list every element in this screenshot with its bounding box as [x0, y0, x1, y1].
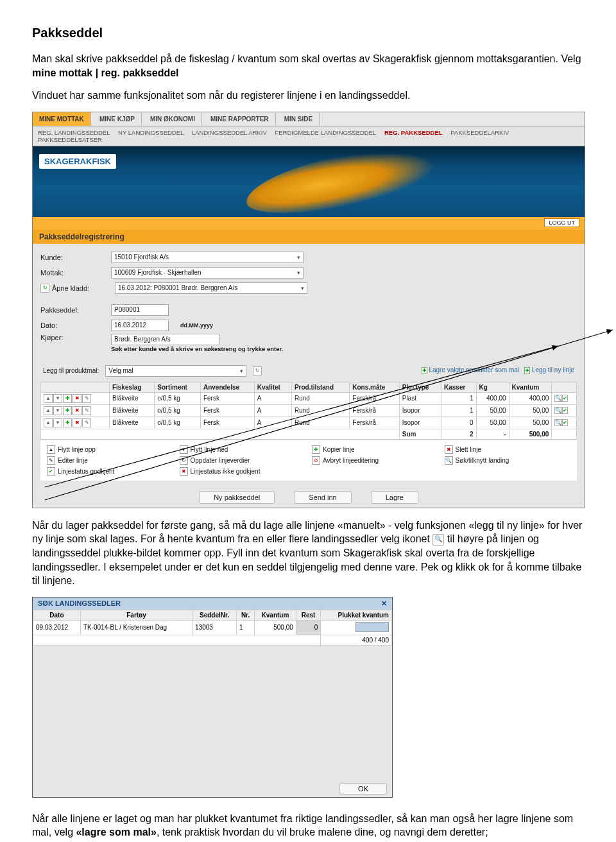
p1-text: Man skal skrive pakkseddel på de fiskesl… — [32, 53, 581, 64]
modal-total-row: 400 / 400 — [33, 635, 392, 645]
pakk-label: Pakkseddel: — [40, 306, 111, 314]
row-edit-icon[interactable]: ✎ — [82, 418, 91, 427]
subtab-reg-landing[interactable]: REG. LANDINGSSEDDEL — [38, 129, 110, 136]
subtab-satser[interactable]: PAKKSEDDELSATSER — [38, 136, 102, 143]
lagre-button[interactable]: Lagre — [371, 491, 418, 504]
legend-item: Oppdater linjeverdier — [191, 457, 250, 464]
legend-item: Avbryt linjeeditering — [323, 457, 379, 464]
cell: Blåkveite — [109, 404, 154, 417]
row-down-icon[interactable]: ▼ — [53, 418, 62, 427]
row-down-icon[interactable]: ▼ — [53, 406, 62, 415]
legend-item: Linjestatus ikke godkjent — [191, 468, 261, 475]
ny-pakkseddel-button[interactable]: Ny pakkseddel — [199, 491, 275, 504]
mottak-select[interactable]: 100609 Fjordfisk - Skjærhallen — [111, 267, 304, 279]
table-row: ▲▼✚✖✎ Blåkveite o/0,5 kg Fersk A Rund Fe… — [41, 392, 577, 404]
logout-button[interactable]: LOGG UT — [544, 218, 579, 227]
tabs-sub: REG. LANDINGSSEDDEL NY LANDINGSSEDDEL LA… — [33, 126, 585, 146]
subtab-ny-landing[interactable]: NY LANDINGSSEDDEL — [118, 129, 184, 136]
kjoper-note: Søk etter kunde ved å skrive en søkestre… — [111, 345, 283, 352]
cell: 50,00 — [476, 417, 509, 429]
col-kg: Kg — [476, 382, 509, 392]
send-inn-button[interactable]: Send inn — [294, 491, 351, 504]
mcol-rest: Rest — [296, 610, 320, 620]
cell: Blåkveite — [109, 417, 154, 429]
cell: 400,00 — [509, 392, 552, 404]
kjoper-field[interactable]: Brødr. Berggren A/s — [111, 334, 220, 345]
lagre-mal-link[interactable]: ✚ Lagre valgte produkter som mal — [422, 366, 519, 375]
cell: 1 — [441, 392, 477, 404]
mcol-nr: Nr. — [237, 610, 255, 620]
col-konsmate: Kons.måte — [350, 382, 399, 392]
doc-title: Pakkseddel — [32, 26, 584, 40]
plukket-input[interactable] — [355, 622, 389, 632]
tab-min-okonomi[interactable]: MIN ØKONOMI — [144, 112, 202, 126]
row-edit-icon[interactable]: ✎ — [82, 394, 91, 403]
row-search-icon[interactable]: 🔍 — [554, 419, 562, 426]
row-ok-icon[interactable]: ✔ — [562, 395, 568, 402]
row-ok-icon[interactable]: ✔ — [562, 419, 568, 426]
mcol-seddelnr: SeddelNr. — [193, 610, 237, 620]
kladd-label: Åpne kladd: — [52, 284, 115, 292]
cell: o/0,5 kg — [155, 417, 201, 429]
paragraph-3: Når du lager pakkseddel for første gang,… — [32, 519, 584, 588]
row-down-icon[interactable]: ▼ — [53, 394, 62, 403]
ui-screenshot-modal: SØK LANDINGSSEDLER ✕ Dato Fartøy SeddelN… — [32, 597, 393, 798]
row-copy-icon[interactable]: ✚ — [63, 394, 72, 403]
row-delete-icon[interactable]: ✖ — [73, 418, 81, 427]
cell: Fersk/rå — [350, 417, 399, 429]
mcell: 13003 — [193, 620, 237, 635]
kunde-select[interactable]: 15010 Fjordfisk A/s — [111, 252, 304, 263]
row-copy-icon[interactable]: ✚ — [63, 406, 72, 415]
sum-row: Sum 2 - 500,00 — [41, 429, 577, 439]
reload-icon[interactable]: ↻ — [253, 366, 262, 375]
table-row: ▲▼✚✖✎ Blåkveite o/0,5 kg Fersk A Rund Fe… — [41, 404, 577, 417]
row-up-icon[interactable]: ▲ — [44, 418, 53, 427]
subtab-pakkarkiv[interactable]: PAKKSEDDELARKIV — [450, 129, 509, 136]
ny-linje-link[interactable]: ✚ Legg til ny linje — [524, 366, 574, 375]
row-search-icon[interactable]: 🔍 — [554, 407, 562, 414]
subtab-reg-pakk[interactable]: REG. PAKKSEDDEL — [384, 129, 443, 136]
cell: Rund — [291, 392, 349, 404]
kladd-select[interactable]: 16.03.2012: P080001 Brødr. Berggren A/s — [115, 282, 307, 294]
close-icon[interactable]: ✕ — [381, 599, 387, 608]
ok-button[interactable]: OK — [339, 783, 387, 795]
cell: o/0,5 kg — [155, 392, 201, 404]
cell: A — [254, 392, 291, 404]
cell: Isopor — [399, 404, 441, 417]
mcol-fartoy: Fartøy — [80, 610, 192, 620]
subtab-arkiv[interactable]: LANDINGSSEDDEL ARKIV — [192, 129, 267, 136]
mal-select[interactable]: Velg mal — [105, 365, 246, 377]
cell: 1 — [441, 404, 477, 417]
row-up-icon[interactable]: ▲ — [44, 394, 53, 403]
row-delete-icon[interactable]: ✖ — [73, 406, 81, 415]
row-copy-icon[interactable]: ✚ — [63, 418, 72, 427]
tab-mine-mottak[interactable]: MINE MOTTAK — [33, 112, 91, 126]
sum-label: Sum — [399, 429, 441, 439]
refresh-icon[interactable]: ↻ — [40, 284, 49, 293]
mcell: 500,00 — [255, 620, 296, 635]
dato-label: Dato: — [40, 322, 111, 329]
modal-row: 09.03.2012 TK-0014-BL / Kristensen Dag 1… — [33, 620, 392, 635]
row-search-icon[interactable]: 🔍 — [554, 395, 562, 402]
mcell: 0 — [296, 620, 320, 635]
tab-mine-rapporter[interactable]: MINE RAPPORTER — [204, 112, 276, 126]
dato-field[interactable]: 16.03.2012 — [111, 320, 169, 331]
tab-min-side[interactable]: MIN SIDE — [278, 112, 320, 126]
col-pkntype: Pkn.type — [399, 382, 441, 392]
tab-mine-kjop[interactable]: MINE KJØP — [93, 112, 142, 126]
col-prodtilstand: Prod.tilstand — [291, 382, 349, 392]
row-edit-icon[interactable]: ✎ — [82, 406, 91, 415]
cell: Fersk — [200, 392, 254, 404]
logo: SKAGERAKFISK — [39, 154, 116, 169]
product-grid: Fiskeslag Sortiment Anvendelse Kvalitet … — [40, 382, 577, 440]
legend-item: Linjestatus godkjent — [58, 468, 114, 475]
pakk-field[interactable]: P080001 — [111, 304, 169, 316]
cell: Fersk — [200, 417, 254, 429]
row-delete-icon[interactable]: ✖ — [73, 394, 81, 403]
row-up-icon[interactable]: ▲ — [44, 406, 53, 415]
shrimp-image — [241, 146, 440, 217]
subtab-ferdigmelde[interactable]: FERDIGMELDE LANDINGSSEDDEL — [275, 129, 376, 136]
row-ok-icon[interactable]: ✔ — [562, 407, 568, 414]
mal-label: Legg til produktmal: — [43, 367, 99, 374]
banner: SKAGERAKFISK — [33, 146, 585, 217]
